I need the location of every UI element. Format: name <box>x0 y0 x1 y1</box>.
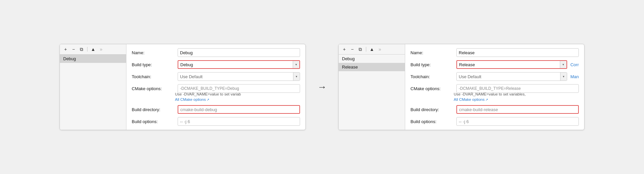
left-cmake-link[interactable]: All CMake options <box>175 97 209 101</box>
left-name-row: Name: <box>132 48 300 57</box>
right-panel: + − ⧉ ▲ » Debug Release Name: <box>338 44 584 130</box>
left-cmake-options-group: CMake options: Use -DVAR_NAME=value to s… <box>132 84 300 102</box>
right-build-type-row: Build type: Release ▾ Corr <box>410 60 579 69</box>
main-wrapper: + − ⧉ ▲ » Debug Name: Build type: <box>60 44 584 130</box>
right-name-label: Name: <box>410 50 454 55</box>
left-build-type-label: Build type: <box>132 62 175 67</box>
left-more-button[interactable]: » <box>98 46 104 52</box>
left-cmake-hint: Use -DVAR_NAME=value to set variab <box>175 92 300 96</box>
right-build-options-field <box>456 117 579 126</box>
right-build-dir-field <box>456 105 579 114</box>
right-toolchain-value[interactable]: Use Default <box>457 73 560 81</box>
right-main-content: Name: Build type: Release ▾ Corr Toolch <box>405 44 584 130</box>
left-toolchain-select-wrapper: Use Default ▾ <box>178 72 300 81</box>
right-build-type-field: Release ▾ Corr <box>456 60 579 69</box>
left-toolchain-value[interactable]: Use Default <box>178 73 293 81</box>
right-name-field <box>456 48 579 57</box>
left-toolchain-label: Toolchain: <box>132 74 175 79</box>
right-build-type-label: Build type: <box>410 62 454 67</box>
left-cmake-link-container: All CMake options <box>175 97 300 102</box>
left-toolbar: + − ⧉ ▲ » <box>60 44 126 55</box>
left-build-options-row: Build options: <box>132 117 300 126</box>
left-copy-button[interactable]: ⧉ <box>79 46 84 52</box>
right-build-options-input[interactable] <box>456 117 579 126</box>
transition-arrow: → <box>317 82 327 92</box>
right-cmake-link[interactable]: All CMake options <box>454 97 488 101</box>
left-cmake-options-label: CMake options: <box>132 86 175 91</box>
left-remove-button[interactable]: − <box>71 46 77 52</box>
right-cmake-options-row: CMake options: <box>410 84 579 93</box>
left-cmake-options-field <box>178 84 300 93</box>
left-sidebar-item-debug[interactable]: Debug <box>60 55 126 63</box>
left-build-type-row: Build type: Debug ▾ <box>132 60 300 69</box>
right-toolchain-arrow[interactable]: ▾ <box>560 73 567 81</box>
right-cmake-options-group: CMake options: Use -DVAR_NAME=value to s… <box>410 84 579 102</box>
right-build-options-label: Build options: <box>410 119 454 124</box>
left-cmake-options-row: CMake options: <box>132 84 300 93</box>
left-panel: + − ⧉ ▲ » Debug Name: Build type: <box>60 44 306 130</box>
left-build-options-label: Build options: <box>132 119 175 124</box>
right-build-dir-row: Build directory: <box>410 105 579 114</box>
left-name-input[interactable] <box>178 48 300 57</box>
right-build-dir-input[interactable] <box>456 105 579 114</box>
right-more-button[interactable]: » <box>377 46 383 52</box>
left-toolchain-row: Toolchain: Use Default ▾ <box>132 72 300 81</box>
right-name-input[interactable] <box>456 48 579 57</box>
right-cmake-options-input[interactable] <box>456 84 579 93</box>
right-toolchain-select-wrapper: Use Default ▾ <box>456 72 567 81</box>
right-toolchain-row: Toolchain: Use Default ▾ Man <box>410 72 579 81</box>
right-toolchain-label: Toolchain: <box>410 74 454 79</box>
left-add-button[interactable]: + <box>63 46 69 52</box>
left-toolchain-arrow[interactable]: ▾ <box>293 73 300 81</box>
left-name-label: Name: <box>132 50 175 55</box>
right-toolchain-field: Use Default ▾ Man <box>456 72 579 81</box>
right-up-button[interactable]: ▲ <box>369 46 375 52</box>
right-build-type-select-wrapper: Release ▾ <box>456 60 567 69</box>
right-sidebar-item-release[interactable]: Release <box>339 63 405 71</box>
left-build-dir-field <box>178 105 300 114</box>
left-toolbar-separator <box>87 47 87 52</box>
left-main-content: Name: Build type: Debug ▾ Toolchain: <box>126 44 305 130</box>
right-build-type-arrow[interactable]: ▾ <box>560 61 566 68</box>
left-build-type-value[interactable]: Debug <box>178 61 293 68</box>
right-sidebar: + − ⧉ ▲ » Debug Release <box>339 44 405 130</box>
right-sidebar-item-debug[interactable]: Debug <box>339 55 405 63</box>
right-sidebar-list: Debug Release <box>339 55 405 130</box>
right-toolchain-link[interactable]: Man <box>570 74 579 79</box>
right-build-dir-label: Build directory: <box>410 107 454 112</box>
left-build-type-select-wrapper: Debug ▾ <box>178 60 300 69</box>
left-build-options-field <box>178 117 300 126</box>
right-build-type-value[interactable]: Release <box>457 61 560 68</box>
left-build-dir-label: Build directory: <box>132 107 175 112</box>
left-name-field <box>178 48 300 57</box>
left-build-type-field: Debug ▾ <box>178 60 300 69</box>
left-build-type-arrow[interactable]: ▾ <box>293 61 299 68</box>
left-sidebar: + − ⧉ ▲ » Debug <box>60 44 126 130</box>
right-name-row: Name: <box>410 48 579 57</box>
right-toolbar: + − ⧉ ▲ » <box>339 44 405 55</box>
right-build-type-extra-link[interactable]: Corr <box>570 62 579 67</box>
left-build-options-input[interactable] <box>178 117 300 126</box>
right-remove-button[interactable]: − <box>349 46 355 52</box>
right-copy-button[interactable]: ⧉ <box>357 46 363 52</box>
left-up-button[interactable]: ▲ <box>90 46 96 52</box>
left-sidebar-list: Debug <box>60 55 126 130</box>
right-cmake-options-field <box>456 84 579 93</box>
left-build-dir-row: Build directory: <box>132 105 300 114</box>
right-cmake-options-label: CMake options: <box>410 86 454 91</box>
left-cmake-options-input[interactable] <box>178 84 300 93</box>
right-cmake-hint: Use -DVAR_NAME=value to set variables, <box>454 92 579 96</box>
right-add-button[interactable]: + <box>341 46 347 52</box>
right-build-options-row: Build options: <box>410 117 579 126</box>
right-toolbar-separator <box>366 47 366 52</box>
left-toolchain-field: Use Default ▾ <box>178 72 300 81</box>
left-build-dir-input[interactable] <box>178 105 300 114</box>
right-cmake-link-container: All CMake options <box>454 97 579 102</box>
arrow-container: → <box>314 82 330 92</box>
